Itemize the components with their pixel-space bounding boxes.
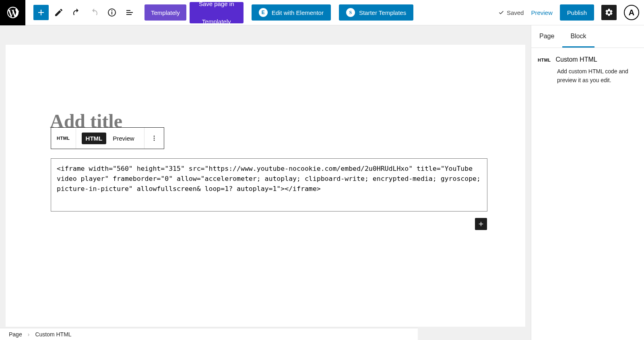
breadcrumb-root[interactable]: Page [9,331,22,338]
list-outline-icon [125,8,134,17]
undo-button[interactable] [69,5,84,20]
preview-tab[interactable]: Preview [109,133,138,144]
info-button[interactable] [104,5,120,20]
gear-icon [605,8,613,17]
chevron-right-icon: › [28,331,30,338]
edit-elementor-button[interactable]: E Edit with Elementor [252,4,331,21]
sidebar-body: HTML Custom HTML Add custom HTML code an… [531,48,644,93]
add-block-after-button[interactable] [475,218,487,230]
editor-canvas-wrap: Add title HTML HTML Preview [0,25,531,340]
templately-button[interactable]: Templately [144,4,186,21]
toolbar-right-group: Saved Preview Publish A [498,4,644,21]
elementor-icon: E [259,8,268,17]
html-block-icon: HTML [57,136,70,141]
editor-canvas: Add title HTML HTML Preview [6,45,525,327]
wordpress-logo[interactable] [0,0,25,25]
redo-icon [89,8,99,17]
tab-block[interactable]: Block [562,25,594,48]
settings-sidebar: Page Block HTML Custom HTML Add custom H… [531,25,644,340]
publish-button[interactable]: Publish [560,4,594,21]
svg-rect-1 [111,12,112,15]
preview-link[interactable]: Preview [531,9,552,16]
block-view-tabs: HTML Preview [76,128,144,149]
block-toolbar: HTML HTML Preview [51,127,164,149]
settings-button[interactable] [601,5,617,20]
save-templately-label-bottom: Templately [202,18,231,23]
plus-icon [36,8,46,17]
saved-indicator: Saved [498,9,524,16]
html-tab[interactable]: HTML [82,133,107,144]
sidebar-block-description: Add custom HTML code and preview it as y… [557,67,638,85]
starter-templates-label: Starter Templates [359,9,406,16]
starter-templates-button[interactable]: S Starter Templates [339,4,413,21]
pencil-icon [54,8,64,17]
block-type-button[interactable]: HTML [51,128,76,149]
html-code-textarea[interactable] [51,158,487,211]
wordpress-icon [6,6,20,19]
tools-button[interactable] [51,5,66,20]
templately-label: Templately [151,9,180,16]
info-icon [107,8,117,17]
breadcrumb-current[interactable]: Custom HTML [35,331,71,338]
starter-templates-icon: S [346,8,355,17]
svg-point-4 [153,138,155,139]
toolbar-left-group [25,5,141,20]
html-block-icon: HTML [538,56,551,62]
breadcrumb: Page › Custom HTML [0,328,418,340]
saved-label: Saved [507,9,524,16]
check-icon [498,9,504,16]
svg-point-5 [153,140,155,141]
astra-button[interactable]: A [624,5,639,20]
outline-button[interactable] [122,5,137,20]
sidebar-block-heading: HTML Custom HTML [538,56,638,63]
edit-elementor-label: Edit with Elementor [272,9,324,16]
astra-icon: A [629,8,634,17]
block-more-button[interactable] [144,128,164,149]
custom-html-block [51,158,487,213]
main-row: Add title HTML HTML Preview [0,25,644,340]
top-toolbar: Templately Save page in Templately E Edi… [0,0,644,25]
save-templately-button[interactable]: Save page in Templately [190,2,244,23]
svg-point-3 [153,136,155,137]
plus-icon [477,220,485,228]
save-templately-label-top: Save page in [199,2,234,7]
publish-label: Publish [567,9,587,16]
sidebar-tabs: Page Block [531,25,644,48]
svg-point-2 [111,10,112,11]
sidebar-block-title: Custom HTML [556,56,597,63]
add-block-button[interactable] [33,5,49,20]
tab-page[interactable]: Page [531,25,562,48]
more-vertical-icon [150,134,158,142]
redo-button[interactable] [87,5,102,20]
undo-icon [72,8,81,17]
